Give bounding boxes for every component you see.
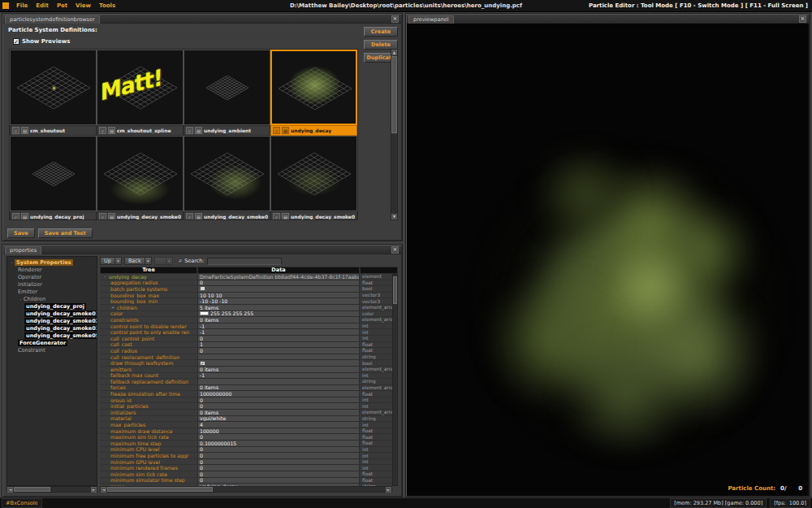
property-value-field[interactable]: -1 xyxy=(197,329,360,336)
property-value-field[interactable]: 0 xyxy=(197,459,360,466)
tree-item-undying-decay-smoke02[interactable]: undying_decay_smoke02 xyxy=(7,317,97,324)
thumbnail-undying_ambient[interactable]: ⌕▤undying_ambient xyxy=(184,50,270,136)
menu-edit[interactable]: Edit xyxy=(32,2,53,9)
property-value-field[interactable]: 0 xyxy=(197,478,360,484)
thumbnail-scrollbar[interactable]: ▲ ▼ xyxy=(391,49,398,220)
tree-item-initializer[interactable]: Initializer xyxy=(7,280,97,288)
property-row-undying-decay[interactable]: -undying_decayDmeParticleSystemDefinitio… xyxy=(100,274,392,280)
menu-tools[interactable]: Tools xyxy=(95,2,119,9)
tree-item-renderer[interactable]: Renderer xyxy=(7,266,97,273)
thumb-zoom-icon[interactable]: ⌕ xyxy=(99,127,106,134)
chevron-down-icon[interactable]: ▾ xyxy=(145,257,152,265)
property-value-field[interactable]: 0 items xyxy=(197,367,360,373)
property-value-field[interactable]: 5 items xyxy=(197,305,360,311)
property-value-field[interactable]: 0 xyxy=(197,471,360,478)
grid-vertical-scrollbar[interactable] xyxy=(392,274,398,486)
property-row-group-id[interactable]: group id0int xyxy=(100,397,392,404)
scroll-down-icon[interactable]: ▼ xyxy=(391,214,397,219)
show-previews-toggle[interactable]: ✓ Show Previews xyxy=(13,38,70,45)
create-button[interactable]: Create xyxy=(364,27,398,37)
thumb-options-icon[interactable]: ▤ xyxy=(108,127,115,134)
up-button[interactable]: Up ▾ xyxy=(100,257,122,265)
property-row-minimum-gpu-level[interactable]: minimum GPU level0int xyxy=(100,459,392,466)
thumb-zoom-icon[interactable]: ⌕ xyxy=(273,213,280,220)
value-checkbox[interactable] xyxy=(200,286,205,291)
property-row-cull-control-point[interactable]: cull_control_point0int xyxy=(100,336,392,342)
property-value-field[interactable]: 0 xyxy=(197,336,360,342)
property-value-field[interactable]: 0 xyxy=(197,465,360,471)
chevron-down-icon[interactable]: ▾ xyxy=(114,257,122,265)
expander-icon[interactable]: - xyxy=(9,260,15,265)
property-value-field[interactable]: 0 xyxy=(197,403,360,410)
close-icon[interactable]: × xyxy=(799,15,806,23)
property-row-bounding-box-max[interactable]: bounding_box_max10 10 10vector3 xyxy=(100,293,392,299)
property-row-initial-particles[interactable]: initial_particles0int xyxy=(100,403,392,410)
property-row-draw-through-leafsystem[interactable]: draw through leafsystem✓bool xyxy=(100,360,392,367)
close-icon[interactable]: × xyxy=(391,246,399,254)
property-row-fallback-replacement-definition[interactable]: fallback replacement definitionstring xyxy=(100,379,392,385)
property-value-field[interactable] xyxy=(197,286,360,293)
checkbox-icon[interactable]: ✓ xyxy=(13,38,19,45)
property-value-field[interactable]: vgui/white xyxy=(197,416,360,423)
thumb-zoom-icon[interactable]: ⌕ xyxy=(12,127,19,134)
thumb-zoom-icon[interactable]: ⌕ xyxy=(273,127,280,134)
thumbnail-cm_shoutout[interactable]: ⌕▤cm_shoutout xyxy=(10,50,97,136)
preview-viewport[interactable]: Particle Count: 0/ 0 xyxy=(407,24,809,496)
tree-item-operator[interactable]: Operator xyxy=(7,273,97,280)
property-row-freeze-simulation-after-time[interactable]: freeze simulation after time1000000000fl… xyxy=(100,391,392,397)
tree-item-undying-decay-smoke05[interactable]: undying_decay_smoke05 xyxy=(7,332,97,339)
thumbnail-undying_decay_smoke02[interactable]: ⌕▤undying_decay_smoke02 xyxy=(184,136,270,220)
save-and-test-button[interactable]: Save and Test xyxy=(38,228,93,238)
property-value-field[interactable]: -1 xyxy=(197,323,360,330)
property-row-cull-replacement-definition[interactable]: cull_replacement_definitionstring xyxy=(100,354,392,361)
thumbnail-undying_decay_smoke03[interactable]: ⌕▤undying_decay_smoke03 xyxy=(270,136,357,220)
property-row-aggregation-radius[interactable]: aggregation radius0float xyxy=(100,280,392,287)
property-row-minimum-free-particles-to-aggr[interactable]: minimum free particles to aggr0int xyxy=(100,453,392,459)
property-row-control-point-to-only-enable-ren[interactable]: control point to only enable ren-1int xyxy=(100,329,392,336)
property-row-minimum-sim-tick-rate[interactable]: minimum sim tick rate0float xyxy=(100,471,392,478)
property-value-field[interactable]: 0 items xyxy=(197,317,360,323)
back-button[interactable]: Back ▾ xyxy=(124,257,152,265)
property-value-field[interactable]: 4 xyxy=(197,422,360,428)
property-row-emitters[interactable]: emitters0 itemselement_array xyxy=(100,367,392,373)
browser-tab[interactable]: particlesystemdefinitionbrowser xyxy=(5,15,100,24)
scroll-left-icon[interactable]: ◄ xyxy=(101,487,106,493)
property-value-field[interactable]: 0 xyxy=(197,280,360,287)
property-row-minimum-rendered-frames[interactable]: minimum rendered frames0int xyxy=(100,465,392,471)
column-header-data[interactable]: Data xyxy=(197,267,360,274)
console-status[interactable]: #BxConsole xyxy=(2,498,42,508)
value-checkbox[interactable]: ✓ xyxy=(200,361,205,366)
scrollbar-thumb[interactable] xyxy=(391,56,397,133)
scrollbar-thumb[interactable] xyxy=(107,487,213,492)
thumb-options-icon[interactable]: ▤ xyxy=(282,213,289,220)
menu-view[interactable]: View xyxy=(71,2,95,9)
menu-pet[interactable]: Pet xyxy=(53,2,71,9)
property-row-fallback-max-count[interactable]: fallback max count-1int xyxy=(100,373,392,380)
property-row-constraints[interactable]: constraints0 itemselement_array xyxy=(100,317,392,323)
property-value-field[interactable]: 0 xyxy=(197,348,360,354)
property-value-field[interactable]: 0 items xyxy=(197,410,360,416)
scroll-left-icon[interactable]: ◄ xyxy=(7,487,13,493)
property-row-bounding-box-min[interactable]: bounding_box_min-10 -10 -10vector3 xyxy=(100,298,392,305)
thumbnail-undying_decay_smoke01[interactable]: ⌕▤undying_decay_smoke01 xyxy=(97,136,184,220)
tree-horizontal-scrollbar[interactable]: ◄ ► xyxy=(6,486,97,493)
thumbnail-undying_decay[interactable]: ⌕▤undying_decay xyxy=(270,50,357,136)
property-value-field[interactable]: 0 items xyxy=(197,385,360,392)
property-value-field[interactable]: ✓ xyxy=(197,360,360,367)
scroll-right-icon[interactable]: ► xyxy=(91,487,97,493)
property-row-maximum-sim-tick-rate[interactable]: maximum sim tick rate0float xyxy=(100,434,392,441)
property-value-field[interactable]: DmeParticleSystemDefinition bb8adf44-4cd… xyxy=(197,274,360,280)
property-row-maximum-draw-distance[interactable]: maximum draw distance100000float xyxy=(100,428,392,435)
property-row-cull-cost[interactable]: cull_cost1float xyxy=(100,342,392,349)
column-header-tree[interactable]: Tree xyxy=(100,267,197,274)
thumb-options-icon[interactable]: ▤ xyxy=(282,127,289,134)
thumb-zoom-icon[interactable]: ⌕ xyxy=(186,213,193,220)
tree-item-children[interactable]: -Children xyxy=(7,295,97,302)
scrollbar-thumb[interactable] xyxy=(393,276,397,304)
menu-file[interactable]: File xyxy=(12,2,32,9)
property-value-field[interactable]: 10 10 10 xyxy=(197,293,360,299)
property-row-forces[interactable]: forces0 itemselement_array xyxy=(100,385,392,392)
scroll-right-icon[interactable]: ► xyxy=(386,487,391,493)
property-value-field[interactable]: 0 xyxy=(197,447,360,454)
save-button[interactable]: Save xyxy=(7,228,35,238)
